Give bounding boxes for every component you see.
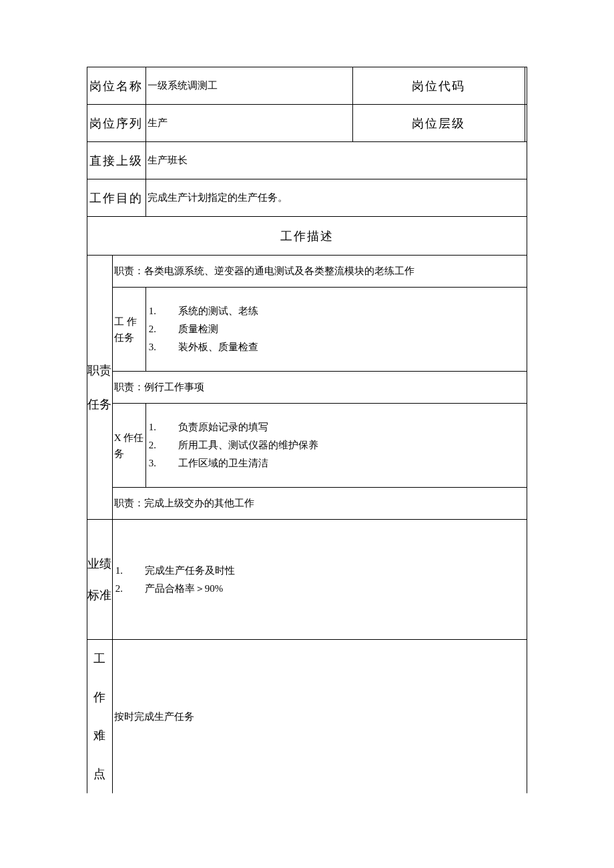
duty-1-title: 职责：各类电源系统、逆变器的通电测试及各类整流模块的老练工作 [112, 256, 527, 288]
list-num: 2. [147, 320, 166, 338]
list-item: 系统的测试、老练 [166, 302, 258, 320]
duties-side-label: 职责 任务 [87, 256, 113, 520]
task-2-label: X 作任务 [112, 404, 145, 488]
list-item: 负责原始记录的填写 [166, 418, 268, 436]
supervisor-value: 生产班长 [145, 142, 527, 179]
list-num: 3. [147, 454, 166, 472]
position-level-value [525, 105, 527, 142]
position-level-label: 岗位层级 [352, 105, 525, 142]
duty-2-title: 职责：例行工作事项 [112, 372, 527, 404]
list-num: 2. [114, 580, 133, 598]
list-item: 产品合格率＞90% [133, 580, 224, 598]
task-2-list: 1.负责原始记录的填写 2. 所用工具、测试仪器的维护保养 3.工作区域的卫生清… [145, 404, 527, 488]
position-code-value [525, 67, 527, 105]
position-series-value: 生产 [145, 105, 352, 142]
task-1-label: 工 作任务 [112, 288, 145, 372]
difficulty-label: 工 作 难 点 [87, 640, 113, 794]
difficulty-char: 难 [87, 717, 112, 755]
list-item: 所用工具、测试仪器的维护保养 [166, 436, 318, 454]
section-title: 工作描述 [87, 217, 527, 256]
supervisor-label: 直接上级 [87, 142, 146, 179]
position-series-label: 岗位序列 [87, 105, 146, 142]
list-item: 工作区域的卫生清洁 [166, 454, 268, 472]
performance-label-2: 标准 [87, 580, 112, 611]
performance-label-1: 业绩 [87, 548, 112, 580]
list-item: 装外板、质量检查 [166, 338, 258, 356]
list-item: 完成生产任务及时性 [133, 562, 235, 580]
difficulty-char: 工 [87, 640, 112, 679]
list-num: 2. [147, 436, 166, 454]
position-name-label: 岗位名称 [87, 67, 146, 105]
position-code-label: 岗位代码 [352, 67, 525, 105]
task-1-list: 1.系统的测试、老练 2.质量检测 3.装外板、质量检查 [145, 288, 527, 372]
performance-label: 业绩 标准 [87, 520, 113, 640]
difficulty-char: 点 [87, 755, 112, 794]
duties-side-label-2: 任务 [87, 388, 112, 421]
position-name-value: 一级系统调测工 [145, 67, 352, 105]
difficulty-char: 作 [87, 679, 112, 717]
duty-3-title: 职责：完成上级交办的其他工作 [112, 488, 527, 520]
list-num: 1. [147, 302, 166, 320]
job-description-table: 岗位名称 一级系统调测工 岗位代码 岗位序列 生产 岗位层级 直接上级 生产班长… [87, 67, 527, 793]
list-item: 质量检测 [166, 320, 218, 338]
list-num: 3. [147, 338, 166, 356]
purpose-value: 完成生产计划指定的生产任务。 [145, 179, 527, 217]
performance-list: 1.完成生产任务及时性 2.产品合格率＞90% [112, 520, 527, 640]
purpose-label: 工作目的 [87, 179, 146, 217]
difficulty-value: 按时完成生产任务 [112, 640, 527, 794]
list-num: 1. [147, 418, 166, 436]
list-num: 1. [114, 562, 133, 580]
duties-side-label-1: 职责 [87, 354, 112, 387]
